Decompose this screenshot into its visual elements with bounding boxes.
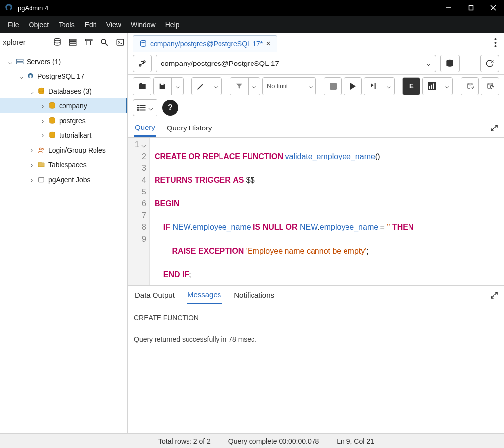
menubar: File Object Tools Edit View Window Help <box>0 16 504 33</box>
tab-messages[interactable]: Messages <box>187 287 222 304</box>
terminal-icon[interactable] <box>113 35 127 50</box>
active-db-icon[interactable] <box>440 55 460 72</box>
filter-dropdown[interactable]: ⌵ <box>248 78 260 95</box>
help-icon[interactable]: ? <box>162 100 178 116</box>
execute-options-icon[interactable] <box>364 78 382 95</box>
chevron-right-icon[interactable]: › <box>29 161 35 168</box>
svg-rect-30 <box>330 83 337 90</box>
svg-rect-5 <box>69 39 76 41</box>
server-group-icon <box>15 57 24 66</box>
explorer-label: xplorer <box>0 38 26 46</box>
filter-icon[interactable] <box>230 78 248 95</box>
expand-icon[interactable] <box>490 124 498 132</box>
tab-query-history[interactable]: Query History <box>166 120 213 136</box>
chevron-down-icon: ⌵ <box>426 59 431 68</box>
messages-output[interactable]: CREATE FUNCTION Query returned successfu… <box>128 305 504 433</box>
explain-dropdown[interactable]: ⌵ <box>441 78 453 95</box>
chevron-right-icon[interactable]: › <box>39 132 46 139</box>
svg-rect-33 <box>433 83 434 89</box>
tree-db-postgres[interactable]: › postgres <box>0 113 127 128</box>
reset-layout-icon[interactable] <box>480 55 499 72</box>
chevron-down-icon[interactable]: ⌵ <box>7 58 14 65</box>
tree-pgagent[interactable]: › pgAgent Jobs <box>0 172 127 187</box>
tab-query-tool[interactable]: company/postgres@PostgreSQL 17* × <box>133 35 277 52</box>
jobs-icon <box>37 175 46 184</box>
fold-icon[interactable]: ⌵ <box>141 139 146 151</box>
properties-icon[interactable] <box>50 35 64 50</box>
editor-tabs: Query Query History <box>128 118 504 138</box>
output-line: CREATE FUNCTION <box>134 312 498 323</box>
connection-status-icon[interactable] <box>133 55 152 72</box>
tab-data-output[interactable]: Data Output <box>134 287 176 303</box>
status-time: Query complete 00:00:00.078 <box>228 437 319 445</box>
edit-icon[interactable] <box>192 78 210 95</box>
chevron-right-icon[interactable]: › <box>39 102 46 109</box>
status-cursor: Ln 9, Col 21 <box>337 437 374 445</box>
expand-icon[interactable] <box>490 291 498 299</box>
save-dropdown[interactable]: ⌵ <box>171 78 184 95</box>
sql-editor[interactable]: 1⌵ 2 3 4 5 6 7 8 9 CREATE OR REPLACE FUN… <box>128 138 504 286</box>
svg-point-41 <box>138 109 139 110</box>
explain-analyze-icon[interactable] <box>423 78 441 95</box>
stats-icon[interactable] <box>81 35 96 50</box>
titlebar: pgAdmin 4 <box>0 0 504 16</box>
minimize-button[interactable] <box>438 0 460 16</box>
statusbar: Total rows: 2 of 2 Query complete 00:00:… <box>0 433 504 448</box>
svg-point-39 <box>138 105 139 106</box>
execute-icon[interactable] <box>344 78 362 95</box>
explain-icon[interactable]: E <box>403 78 420 95</box>
macros-icon[interactable]: ⌵ <box>133 99 158 116</box>
menu-window[interactable]: Window <box>126 19 160 31</box>
limit-selector[interactable]: No limit⌵ <box>263 78 316 95</box>
database-icon <box>37 87 46 96</box>
tree-db-tutorialkart[interactable]: › tutorialkart <box>0 128 127 143</box>
sql-icon[interactable] <box>65 35 80 50</box>
chevron-down-icon[interactable]: ⌵ <box>18 73 25 80</box>
tree-servers[interactable]: ⌵ Servers (1) <box>0 54 127 69</box>
window-title: pgAdmin 4 <box>18 4 438 12</box>
tree-login-roles[interactable]: › Login/Group Roles <box>0 143 127 158</box>
maximize-button[interactable] <box>460 0 482 16</box>
menu-file[interactable]: File <box>3 19 24 31</box>
save-icon[interactable] <box>154 78 171 95</box>
execute-options-dropdown[interactable]: ⌵ <box>382 78 394 95</box>
tab-query[interactable]: Query <box>134 119 156 137</box>
open-file-icon[interactable] <box>133 78 151 95</box>
commit-icon[interactable] <box>461 78 479 95</box>
line-gutter: 1⌵ 2 3 4 5 6 7 8 9 <box>128 138 150 285</box>
menu-view[interactable]: View <box>101 19 126 31</box>
code-content[interactable]: CREATE OR REPLACE FUNCTION validate_empl… <box>150 138 418 285</box>
close-icon[interactable]: × <box>266 39 270 48</box>
svg-point-34 <box>468 83 473 85</box>
tree-tablespaces[interactable]: › Tablespaces <box>0 158 127 172</box>
svg-point-23 <box>141 40 146 42</box>
stop-icon[interactable] <box>324 78 342 95</box>
document-tabs: company/postgres@PostgreSQL 17* × <box>128 33 504 52</box>
svg-rect-31 <box>429 86 430 89</box>
menu-object[interactable]: Object <box>24 19 54 31</box>
chevron-right-icon[interactable]: › <box>39 117 46 124</box>
content-area: company/postgres@PostgreSQL 17* × compan… <box>128 33 504 433</box>
object-tree[interactable]: ⌵ Servers (1) ⌵ PostgreSQL 17 ⌵ Database… <box>0 51 127 190</box>
menu-tools[interactable]: Tools <box>54 19 80 31</box>
search-icon[interactable] <box>97 35 112 50</box>
tree-postgresql[interactable]: ⌵ PostgreSQL 17 <box>0 69 127 84</box>
menu-help[interactable]: Help <box>160 19 185 31</box>
tab-notifications[interactable]: Notifications <box>233 287 275 303</box>
tree-db-company[interactable]: › company <box>0 98 127 113</box>
explorer-header: xplorer <box>0 33 127 51</box>
database-icon <box>139 40 147 48</box>
menu-edit[interactable]: Edit <box>80 19 101 31</box>
close-button[interactable] <box>482 0 504 16</box>
chevron-down-icon: ⌵ <box>309 82 313 90</box>
edit-dropdown[interactable]: ⌵ <box>210 78 222 95</box>
rollback-icon[interactable] <box>481 78 499 95</box>
kebab-menu-icon[interactable] <box>486 34 504 52</box>
pgadmin-elephant-icon <box>4 3 14 13</box>
chevron-right-icon[interactable]: › <box>29 176 35 183</box>
chevron-right-icon[interactable]: › <box>29 147 35 154</box>
chevron-down-icon[interactable]: ⌵ <box>29 88 35 95</box>
tree-databases[interactable]: ⌵ Databases (3) <box>0 84 127 98</box>
connection-selector[interactable]: company/postgres@PostgreSQL 17 ⌵ <box>156 55 436 72</box>
explorer-sidebar: xplorer ⌵ Servers (1) ⌵ PostgreSQL 17 ⌵ <box>0 33 128 433</box>
